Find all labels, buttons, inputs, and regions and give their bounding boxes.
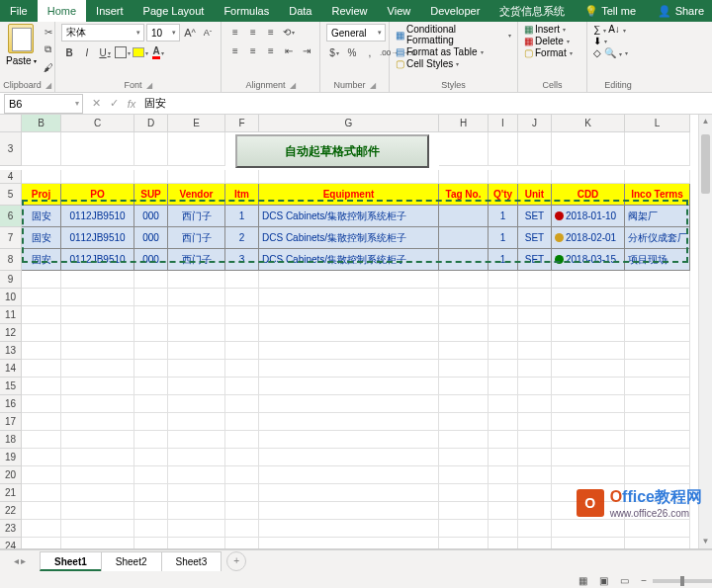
cell[interactable] <box>61 378 134 395</box>
cell[interactable] <box>22 538 61 549</box>
cell[interactable]: SUP <box>134 184 168 206</box>
cell[interactable] <box>61 502 134 520</box>
increase-font-button[interactable]: A^ <box>182 25 198 41</box>
cell[interactable] <box>22 520 61 538</box>
cell[interactable]: L <box>625 115 690 132</box>
cell[interactable] <box>625 395 690 413</box>
sheet-tab-3[interactable]: Sheet3 <box>161 551 222 571</box>
cell[interactable] <box>225 431 259 449</box>
cell[interactable] <box>61 395 134 413</box>
cell[interactable]: 21 <box>0 484 22 502</box>
cell[interactable]: SET <box>518 206 552 227</box>
cell[interactable] <box>61 271 134 289</box>
cell[interactable] <box>489 306 518 324</box>
cell[interactable]: 0112JB9510 <box>61 249 134 271</box>
cell[interactable]: E <box>168 115 225 132</box>
cell[interactable] <box>22 395 61 413</box>
cell[interactable] <box>22 431 61 449</box>
cell[interactable]: 4 <box>0 170 22 184</box>
cell[interactable]: DCS Cabinets/集散控制系统柜子 <box>259 249 439 271</box>
cell[interactable]: I <box>489 115 518 132</box>
cell[interactable]: D <box>134 115 168 132</box>
cell[interactable] <box>225 413 259 431</box>
tab-developer[interactable]: Developer <box>420 0 490 22</box>
cell[interactable]: SET <box>518 227 552 249</box>
view-normal-button[interactable]: ▦ <box>573 575 593 586</box>
cell[interactable] <box>225 289 259 306</box>
cell[interactable]: 19 <box>0 449 22 466</box>
cell[interactable] <box>552 431 625 449</box>
comma-button[interactable]: , <box>362 44 378 60</box>
cell[interactable]: 1 <box>489 206 518 227</box>
tab-data[interactable]: Data <box>279 0 321 22</box>
cell[interactable] <box>518 449 552 466</box>
cell[interactable] <box>439 324 489 342</box>
cell[interactable] <box>552 342 625 360</box>
italic-button[interactable]: I <box>79 44 95 60</box>
worksheet-grid[interactable]: BCDEFGHIJKL3自动起草格式邮件45ProjPOSUPVendorItm… <box>0 115 712 549</box>
cell[interactable] <box>168 378 225 395</box>
cell[interactable] <box>625 502 690 520</box>
cell[interactable]: 固安 <box>22 249 61 271</box>
cell[interactable] <box>518 484 552 502</box>
align-center-button[interactable]: ≡ <box>245 42 261 58</box>
cell[interactable] <box>134 449 168 466</box>
cell[interactable] <box>259 378 439 395</box>
tab-review[interactable]: Review <box>321 0 377 22</box>
add-sheet-button[interactable]: + <box>226 551 246 571</box>
cell[interactable] <box>439 306 489 324</box>
cell[interactable]: SET <box>518 249 552 271</box>
cell[interactable] <box>134 360 168 378</box>
cell[interactable] <box>168 289 225 306</box>
clear-button[interactable]: ◇ 🔍 <box>593 47 628 58</box>
cell[interactable] <box>439 395 489 413</box>
formula-input[interactable]: 固安 <box>140 96 712 111</box>
cell[interactable] <box>225 502 259 520</box>
cell[interactable] <box>225 449 259 466</box>
cell[interactable] <box>489 431 518 449</box>
cell[interactable] <box>22 132 61 166</box>
align-left-button[interactable]: ≡ <box>227 42 243 58</box>
cell[interactable] <box>22 502 61 520</box>
fill-button[interactable]: ⬇ <box>593 36 607 46</box>
cell[interactable] <box>439 227 489 249</box>
cell[interactable]: 16 <box>0 395 22 413</box>
cell[interactable] <box>625 306 690 324</box>
cell[interactable] <box>489 466 518 484</box>
cell[interactable] <box>625 324 690 342</box>
name-box[interactable]: B6 <box>4 94 83 114</box>
cell[interactable] <box>625 520 690 538</box>
cell[interactable] <box>168 170 225 184</box>
cell[interactable]: PO <box>61 184 134 206</box>
cell[interactable] <box>22 170 61 184</box>
align-top-button[interactable]: ≡ <box>227 24 243 40</box>
decrease-indent-button[interactable]: ⇤ <box>281 42 297 58</box>
cell[interactable] <box>168 449 225 466</box>
cell[interactable] <box>259 484 439 502</box>
cell[interactable] <box>518 538 552 549</box>
delete-cells-button[interactable]: ▦ Delete <box>524 36 570 46</box>
cut-button[interactable]: ✂ <box>41 24 56 40</box>
cell[interactable] <box>552 324 625 342</box>
cell[interactable] <box>518 289 552 306</box>
cell[interactable] <box>259 520 439 538</box>
cell[interactable]: 3 <box>225 249 259 271</box>
cell[interactable]: 10 <box>0 289 22 306</box>
cancel-formula-button[interactable]: ✕ <box>87 97 105 110</box>
cell[interactable]: 项目现场 <box>625 249 690 271</box>
cell[interactable] <box>134 395 168 413</box>
cell[interactable] <box>61 324 134 342</box>
cell[interactable] <box>625 538 690 549</box>
cell[interactable] <box>625 132 690 166</box>
sheet-tab-2[interactable]: Sheet2 <box>101 551 162 571</box>
cell[interactable] <box>225 170 259 184</box>
cell[interactable] <box>134 132 168 166</box>
cell[interactable] <box>168 342 225 360</box>
cell[interactable] <box>259 360 439 378</box>
cell[interactable]: 分析仪成套厂 <box>625 227 690 249</box>
cell[interactable] <box>259 431 439 449</box>
cell[interactable] <box>439 466 489 484</box>
cell[interactable] <box>489 132 518 166</box>
cell[interactable] <box>518 271 552 289</box>
sheet-nav[interactable]: ◂ ▸ <box>0 555 40 566</box>
